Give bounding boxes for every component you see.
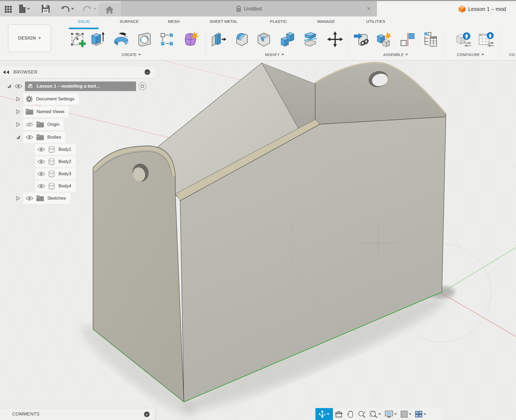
grid-caret-icon[interactable] (409, 413, 411, 415)
body-cylinder-icon (48, 146, 55, 153)
tree-item-named-views[interactable]: Named Views (16, 106, 69, 117)
move-copy-icon (327, 31, 344, 48)
redo-button[interactable] (83, 1, 96, 16)
split-body-button[interactable] (302, 31, 319, 48)
collapse-browser-icon[interactable]: – (145, 69, 150, 75)
new-file-caret-icon[interactable] (27, 8, 30, 10)
visibility-eye-icon[interactable] (37, 172, 45, 176)
tab-solid[interactable]: SOLID (78, 19, 90, 24)
zoom-window-button[interactable] (367, 408, 383, 420)
undo-button[interactable] (61, 1, 74, 16)
expanded-node-icon[interactable] (16, 135, 20, 139)
tab-surface[interactable]: SURFACE (120, 19, 139, 24)
design-workspace-menu[interactable]: DESIGN (8, 24, 51, 52)
expanded-node-icon[interactable] (7, 84, 11, 88)
tree-item-body3[interactable]: Body3 (35, 168, 75, 179)
new-file-icon (19, 5, 26, 13)
display-settings-caret-icon[interactable] (394, 413, 397, 415)
tab-utilities[interactable]: UTILITIES (366, 19, 385, 24)
design-workspace-label: DESIGN (18, 36, 36, 41)
visibility-eye-icon[interactable] (37, 147, 45, 152)
home-view-button[interactable] (99, 3, 120, 16)
apps-grid-icon[interactable] (4, 1, 12, 16)
save-button[interactable] (42, 1, 50, 16)
create-group-menu[interactable]: CREATE (122, 53, 141, 57)
visibility-eye-icon[interactable] (37, 159, 45, 164)
hole-button[interactable] (136, 31, 153, 48)
visibility-eye-icon[interactable] (37, 184, 45, 188)
tree-item-body1[interactable]: Body1 (35, 144, 75, 155)
browser-header[interactable]: BROWSER – (0, 66, 155, 78)
tab-plastic[interactable]: PLASTIC (270, 19, 287, 24)
tree-item-bodies[interactable]: Bodies (16, 132, 65, 143)
fillet-button[interactable] (234, 31, 251, 48)
tab-sheet-metal[interactable]: SHEET METAL (210, 19, 238, 24)
close-tab-icon[interactable]: ✕ (365, 5, 373, 13)
tab-manage[interactable]: MANAGE (317, 19, 335, 24)
tree-item-origin[interactable]: Origin (16, 119, 64, 130)
pan-button[interactable] (345, 408, 356, 420)
shell-button[interactable] (255, 31, 272, 48)
joint-button[interactable] (399, 31, 416, 48)
activate-component-radio-icon[interactable] (138, 82, 147, 91)
visibility-eye-icon[interactable] (26, 135, 33, 140)
new-component-button[interactable] (375, 31, 392, 48)
insert-derive-button[interactable] (353, 31, 370, 48)
active-document-title[interactable]: Lesson 1 – mod (468, 6, 506, 12)
bom-table-button[interactable] (422, 31, 439, 48)
undo-caret-icon[interactable] (71, 8, 74, 10)
configuration-button[interactable] (455, 31, 472, 48)
press-pull-button[interactable] (210, 31, 227, 48)
grid-display-button[interactable] (399, 408, 413, 420)
move-copy-button[interactable] (327, 31, 344, 48)
modify-group-menu[interactable]: MODIFY (265, 53, 284, 57)
viewports-caret-icon[interactable] (424, 413, 426, 415)
zoom-window-caret-icon[interactable] (378, 413, 381, 415)
orbit-caret-icon[interactable] (327, 413, 329, 415)
display-settings-button[interactable] (383, 408, 399, 420)
active-document-header: Lesson 1 – mod (377, 1, 516, 16)
zoom-button[interactable]: ± (356, 408, 367, 420)
viewports-icon (415, 411, 422, 418)
visibility-eye-icon[interactable] (14, 84, 22, 89)
viewport-canvas[interactable] (0, 61, 516, 420)
create-sketch-button[interactable] (69, 31, 86, 48)
modify-group-caret-icon (281, 54, 284, 55)
collapsed-node-icon[interactable] (16, 110, 20, 114)
tree-item-label: Body2 (58, 159, 71, 164)
tab-mesh[interactable]: MESH (168, 19, 180, 24)
collapse-panel-icon[interactable] (3, 70, 10, 74)
configure-group-menu[interactable]: CONFIGURE (457, 53, 484, 57)
selected-root-item[interactable]: Lesson 1 – modelling a tool… (25, 82, 136, 91)
assemble-group-menu[interactable]: ASSEMBLE (383, 53, 408, 57)
collapsed-node-icon[interactable] (16, 196, 20, 200)
clipped-group-menu[interactable]: CO (509, 53, 515, 57)
configuration-table-button[interactable] (477, 31, 494, 48)
extrude-button[interactable] (88, 31, 105, 48)
comments-panel-bar[interactable]: COMMENTS + (0, 408, 156, 420)
tree-item-label: Document Settings (36, 96, 74, 102)
tree-item-root[interactable]: Lesson 1 – modelling a tool… (0, 81, 147, 92)
add-comment-icon[interactable]: + (144, 412, 150, 417)
revolve-button[interactable] (113, 31, 130, 48)
orbit-icon (319, 410, 326, 418)
combine-button[interactable] (279, 31, 296, 48)
orbit-button[interactable] (315, 408, 333, 420)
tree-item-body4[interactable]: Body4 (35, 181, 75, 192)
visibility-eye-icon[interactable] (26, 196, 33, 201)
rectangular-pattern-button[interactable] (158, 31, 175, 48)
collapsed-node-icon[interactable] (16, 122, 20, 127)
viewports-button[interactable] (413, 408, 428, 420)
redo-caret-icon[interactable] (93, 8, 96, 10)
grid-display-icon (401, 411, 408, 418)
collapsed-node-icon[interactable] (16, 97, 20, 101)
tree-item-body2[interactable]: Body2 (35, 156, 75, 167)
create-form-button[interactable] (182, 31, 199, 48)
tree-item-sketches[interactable]: Sketches (16, 193, 70, 204)
new-file-button[interactable] (19, 1, 30, 16)
document-tab[interactable]: Untitled ✕ (121, 1, 377, 16)
design-caret-icon (38, 37, 41, 39)
visibility-off-eye-icon[interactable] (26, 122, 33, 127)
tree-item-document-settings[interactable]: Document Settings (16, 93, 79, 105)
look-at-button[interactable] (333, 408, 345, 420)
